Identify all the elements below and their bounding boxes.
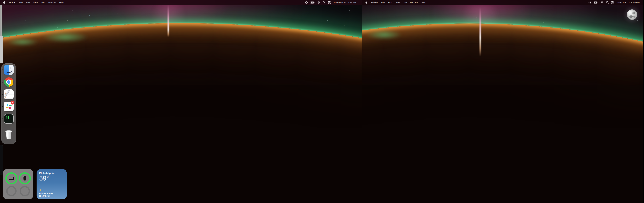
wallpaper-aurora [362, 0, 643, 203]
weather-condition: Mostly Sunny [39, 192, 64, 194]
menu-view[interactable]: View [33, 1, 38, 4]
clock-time: 4:49 PM [348, 1, 356, 4]
mouse-icon [24, 176, 26, 180]
battery-charging-icon[interactable] [594, 2, 598, 4]
menu-bar-clock[interactable]: Wed Mar 12 4:49 PM [617, 1, 640, 4]
weather-high-low: H:59° L:42° [39, 195, 64, 197]
running-indicator [2, 82, 3, 82]
dock-item-slack[interactable] [4, 102, 14, 112]
running-indicator [2, 70, 3, 70]
dock-item-terminal[interactable]: $ [4, 114, 14, 124]
weather-temperature: 59° [39, 175, 64, 182]
menu-edit[interactable]: Edit [26, 1, 30, 4]
running-indicator [2, 118, 3, 119]
menu-app-name[interactable]: Finder [371, 1, 378, 4]
menu-app-name[interactable]: Finder [9, 1, 16, 4]
display-left: Finder File Edit View Go Window Help [0, 0, 362, 203]
terminal-cursor [8, 116, 9, 119]
chrome-icon [4, 77, 14, 87]
wifi-icon[interactable] [600, 1, 604, 4]
menu-window[interactable]: Window [410, 1, 418, 4]
menu-go[interactable]: Go [404, 1, 407, 4]
batteries-widget[interactable] [3, 169, 33, 199]
aurora-green-patch [7, 38, 38, 46]
menu-view[interactable]: View [396, 1, 400, 4]
aurora-pink-beam [168, 5, 169, 37]
slack-notification-badge [11, 101, 14, 104]
menu-go[interactable]: Go [42, 1, 44, 4]
aurora-pink-beam [480, 7, 481, 56]
empty-battery-slot [20, 186, 30, 196]
moon [627, 10, 637, 20]
trash-rim [5, 130, 12, 132]
terminal-icon: $ [4, 114, 14, 124]
empty-battery-slot [6, 186, 16, 196]
running-indicator [2, 94, 3, 95]
clock-date: Wed Mar 12 [334, 1, 346, 4]
wifi-icon[interactable] [317, 1, 320, 4]
offscreen-window-edge-dark[interactable] [0, 145, 3, 175]
sun-icon: ☀ [39, 189, 64, 192]
control-center-icon[interactable] [611, 1, 614, 4]
clock-time: 4:49 PM [631, 1, 640, 4]
apple-menu-icon[interactable] [3, 1, 5, 4]
dock: $ [1, 64, 16, 144]
spotlight-search-icon[interactable] [323, 1, 325, 4]
menu-bar: Finder File Edit View Go Window Help [0, 0, 362, 5]
apple-menu-icon[interactable] [365, 1, 368, 4]
laptop-icon [9, 177, 14, 180]
trash-icon [6, 131, 12, 139]
menu-help[interactable]: Help [59, 1, 64, 4]
clock-date: Wed Mar 12 [617, 1, 630, 4]
dock-item-finder[interactable] [4, 65, 14, 75]
battery-charging-icon[interactable] [310, 2, 314, 4]
menu-edit[interactable]: Edit [388, 1, 392, 4]
running-indicator [2, 106, 3, 107]
finder-icon [4, 65, 14, 75]
display-right: Finder File Edit View Go Window Help [362, 0, 643, 203]
laptop-battery-ring [5, 172, 18, 184]
menu-file[interactable]: File [381, 1, 385, 4]
dock-item-chrome[interactable] [4, 77, 14, 87]
dual-display-desktop: Finder File Edit View Go Window Help [0, 0, 644, 203]
dock-item-trash[interactable] [4, 130, 14, 140]
aurora-green-patch [366, 30, 402, 40]
spinner-icon[interactable] [305, 1, 308, 4]
spinner-icon[interactable] [588, 1, 591, 4]
menu-window[interactable]: Window [48, 1, 56, 4]
spotlight-search-icon[interactable] [606, 1, 608, 4]
weather-widget[interactable]: Philadelphia 59° ☀ Mostly Sunny H:59° L:… [36, 169, 67, 199]
terminal-prompt-glyph: $ [6, 115, 8, 119]
menu-bar: Finder File Edit View Go Window Help [362, 0, 643, 5]
offscreen-window-edge-light[interactable] [0, 36, 3, 63]
aurora-green-patch [42, 32, 89, 42]
menu-help[interactable]: Help [422, 1, 426, 4]
control-center-icon[interactable] [328, 1, 331, 4]
notes-icon [4, 90, 14, 99]
weather-city: Philadelphia [39, 172, 64, 174]
dock-item-notes[interactable] [4, 90, 14, 99]
offscreen-window-edge-light[interactable] [0, 5, 2, 38]
aurora-arc-earth [362, 24, 643, 203]
menu-bar-clock[interactable]: Wed Mar 12 4:49 PM [334, 1, 356, 4]
mouse-battery-ring [19, 172, 31, 184]
menu-file[interactable]: File [19, 1, 23, 4]
